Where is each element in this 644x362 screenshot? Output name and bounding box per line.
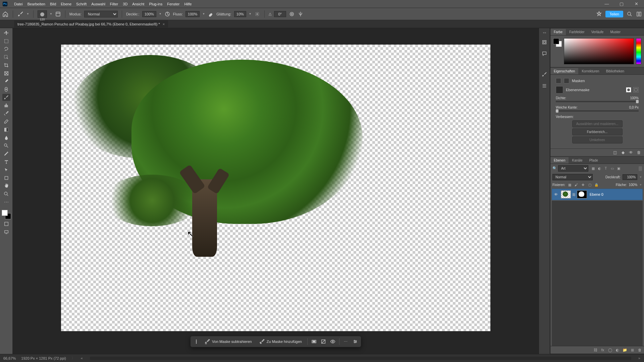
gradient-tool-icon[interactable] [2, 126, 10, 133]
menu-ansicht[interactable]: Ansicht [132, 2, 144, 6]
subtract-from-mask-button[interactable]: Von Maske subtrahieren [203, 338, 254, 345]
filter-pixel-icon[interactable]: ▦ [591, 166, 595, 171]
filter-type-icon[interactable]: T [603, 166, 608, 171]
window-close-icon[interactable]: ✕ [631, 1, 641, 6]
layer-opacity-dropdown-icon[interactable]: ▼ [639, 176, 642, 179]
lock-transparency-icon[interactable]: ▦ [567, 182, 572, 187]
share-button[interactable]: Teilen [605, 11, 623, 17]
frame-tool-icon[interactable] [2, 70, 10, 77]
delete-layer-icon[interactable]: 🗑 [637, 348, 642, 352]
color-picker-field[interactable] [564, 38, 634, 64]
layer-mask-thumbnail[interactable] [577, 190, 587, 198]
link-layers-icon[interactable]: ⛓ [593, 348, 598, 352]
layer-visibility-icon[interactable]: 👁 [554, 192, 559, 196]
filter-adjust-icon[interactable]: ◐ [597, 166, 602, 171]
adjustment-panel-icon[interactable] [541, 82, 548, 89]
menu-auswahl[interactable]: Auswahl [91, 2, 105, 6]
screen-mode-icon[interactable] [2, 228, 10, 235]
layer-name[interactable]: Ebene 0 [590, 192, 603, 196]
menu-hilfe[interactable]: Hilfe [184, 2, 192, 6]
new-adjustment-icon[interactable]: ◐ [615, 348, 620, 352]
zoom-tool-icon[interactable] [2, 190, 10, 197]
filter-smart-icon[interactable]: ▣ [616, 166, 621, 171]
tab-farbe[interactable]: Farbe [550, 29, 566, 35]
add-to-mask-button[interactable]: Zu Maske hinzufügen [257, 338, 304, 345]
lock-artboard-icon[interactable]: ▢ [587, 182, 592, 187]
add-mask-icon[interactable]: ◯ [608, 348, 612, 352]
smoothing-dropdown-icon[interactable]: ▼ [249, 12, 252, 15]
menu-plugins[interactable]: Plug-ins [149, 2, 162, 6]
invert-mask-button[interactable]: Umkehren [572, 136, 623, 143]
menu-bearbeiten[interactable]: Bearbeiten [28, 2, 45, 6]
pen-tool-icon[interactable] [2, 150, 10, 157]
brush-panel-toggle-icon[interactable] [55, 11, 61, 17]
layer-mask-link-icon[interactable]: ⛓ [572, 193, 576, 196]
menu-datei[interactable]: Datei [14, 2, 23, 6]
opacity-value[interactable]: 100% [142, 11, 156, 17]
home-icon[interactable] [2, 11, 9, 17]
tab-korrekturen[interactable]: Korrekturen [578, 68, 602, 74]
airbrush-icon[interactable] [208, 11, 214, 17]
disable-mask-footer-icon[interactable]: 👁 [629, 150, 633, 155]
layer-filter-type-select[interactable]: Art [558, 165, 588, 172]
document-tab[interactable]: tree-7186835_Ramon Perucho auf Pixabay.j… [14, 20, 168, 27]
shape-tool-icon[interactable] [2, 174, 10, 181]
layer-thumbnail[interactable] [561, 190, 571, 198]
select-and-mask-button[interactable]: Auswählen und maskieren... [572, 120, 623, 127]
apply-mask-icon[interactable]: ◆ [621, 150, 625, 155]
new-layer-icon[interactable]: ⊞ [630, 348, 635, 352]
brushes-panel-icon[interactable] [541, 71, 548, 78]
add-vector-mask-icon[interactable] [633, 87, 639, 93]
dock-collapse-icon[interactable]: ◂◂ [539, 31, 550, 34]
feather-slider[interactable] [556, 110, 639, 112]
status-chevron-icon[interactable]: 〉 [71, 356, 75, 361]
flow-dropdown-icon[interactable]: ▼ [202, 12, 205, 15]
view-mask-icon[interactable] [330, 339, 336, 345]
comments-panel-icon[interactable] [541, 50, 548, 57]
hand-tool-icon[interactable] [2, 182, 10, 189]
smoothing-value[interactable]: 10% [234, 11, 246, 17]
window-maximize-icon[interactable]: ▢ [616, 1, 627, 6]
mask-overlay-icon[interactable] [311, 339, 317, 345]
density-slider[interactable] [556, 101, 639, 102]
eraser-tool-icon[interactable] [2, 118, 10, 125]
filter-toggle-icon[interactable] [639, 166, 642, 171]
edit-toolbar-icon[interactable]: ⋯ [2, 198, 10, 205]
opacity-pressure-icon[interactable] [164, 11, 170, 17]
path-select-tool-icon[interactable] [2, 166, 10, 173]
menu-3d[interactable]: 3D [123, 2, 127, 6]
load-selection-icon[interactable]: ◫ [612, 150, 617, 155]
move-tool-icon[interactable] [2, 29, 10, 37]
marquee-tool-icon[interactable] [2, 38, 10, 45]
density-value[interactable]: 100% [630, 96, 639, 100]
brush-tool-icon-left[interactable] [2, 94, 10, 101]
more-options-icon[interactable]: ⋯ [343, 339, 349, 345]
zoom-level[interactable]: 66,67% [3, 356, 16, 360]
lock-pixels-icon[interactable]: 🖌 [574, 182, 579, 187]
drag-handle-icon[interactable]: ┇ [193, 339, 199, 345]
layer-filter-search-icon[interactable]: 🔍 [552, 166, 557, 171]
foreground-color[interactable] [2, 210, 8, 216]
artboard[interactable]: ↖ [61, 45, 490, 331]
canvas-area[interactable]: ↖ ┇ Von Maske subtrahieren Zu Maske hinz… [13, 28, 539, 354]
fg-bg-color-swatch[interactable] [2, 210, 11, 219]
fill-dropdown-icon[interactable]: ▼ [639, 183, 642, 186]
tab-muster[interactable]: Muster [607, 29, 624, 35]
color-fg-bg-swatch[interactable] [553, 38, 562, 47]
delete-mask-icon[interactable]: 🗑 [637, 150, 641, 155]
menu-schrift[interactable]: Schrift [76, 2, 87, 6]
clone-stamp-tool-icon[interactable] [2, 102, 10, 109]
angle-value[interactable]: 0° [274, 11, 286, 17]
opacity-dropdown-icon[interactable]: ▼ [159, 12, 162, 15]
feather-value[interactable]: 0,0 Px [629, 106, 639, 109]
tab-bibliotheken[interactable]: Bibliotheken [603, 68, 628, 74]
smoothing-gear-icon[interactable] [254, 11, 260, 17]
fill-value[interactable]: 100% [629, 183, 638, 187]
flow-value[interactable]: 100% [185, 11, 200, 17]
eyedropper-tool-icon[interactable] [2, 78, 10, 85]
crop-tool-icon[interactable] [2, 62, 10, 69]
tool-dropdown-icon[interactable]: ▼ [26, 12, 29, 15]
color-range-button[interactable]: Farbbereich... [572, 128, 623, 135]
workspace-switcher-icon[interactable] [636, 11, 642, 17]
window-minimize-icon[interactable]: — [602, 1, 612, 6]
